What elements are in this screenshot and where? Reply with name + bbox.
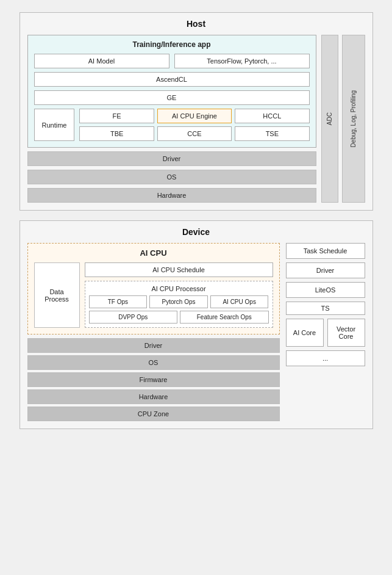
tbe-cell: TBE <box>79 126 154 141</box>
liteos-box: LiteOS <box>286 282 365 298</box>
tf-ops-cell: TF Ops <box>89 295 148 308</box>
runtime-grid: FE AI CPU Engine HCCL TBE CCE TSE <box>79 109 309 141</box>
vector-core-label: Vector Core <box>330 325 362 340</box>
ai-cpu-inner: Data Process AI CPU Schedule AI CPU Proc… <box>34 262 273 328</box>
device-section: Device AI CPU Data Process AI CPU Schedu… <box>20 220 373 429</box>
device-title: Device <box>27 227 365 237</box>
ellipsis-box: ... <box>286 350 365 366</box>
processor-title: AI CPU Processor <box>89 285 269 292</box>
ai-cpu-box: AI CPU Data Process AI CPU Schedule AI C… <box>27 243 280 335</box>
ai-core-box: AI Core <box>286 319 324 347</box>
driver-bar: Driver <box>27 151 316 166</box>
runtime-label: Runtime <box>34 109 75 141</box>
training-inference-box: Training/Inference app AI Model TensorFl… <box>27 35 316 148</box>
device-firmware-bar: Firmware <box>27 372 280 387</box>
device-right-panel: Task Schedule Driver LiteOS TS AI Core V… <box>286 243 365 421</box>
debug-label: Debug, Log, Profiling <box>349 90 357 147</box>
tensorflow-box: TensorFlow, Pytorch, ... <box>174 54 310 68</box>
cpu-zone-bar: CPU Zone <box>27 407 280 421</box>
training-title: Training/Inference app <box>34 40 310 49</box>
device-left: AI CPU Data Process AI CPU Schedule AI C… <box>27 243 280 421</box>
vector-core-box: Vector Core <box>327 319 365 347</box>
ai-model-box: AI Model <box>34 54 169 68</box>
ai-cpu-ops-cell: AI CPU Ops <box>210 295 269 308</box>
right-driver-box: Driver <box>286 262 365 278</box>
dvpp-ops-cell: DVPP Ops <box>89 311 178 324</box>
adc-box: ADC <box>321 35 338 203</box>
device-hardware-bar: Hardware <box>27 389 280 404</box>
data-process-box: Data Process <box>34 262 80 328</box>
device-inner: AI CPU Data Process AI CPU Schedule AI C… <box>27 243 365 421</box>
hccl-cell: HCCL <box>235 109 309 123</box>
ai-cpu-engine-cell: AI CPU Engine <box>157 109 232 123</box>
pytorch-ops-cell: Pytorch Ops <box>149 295 208 308</box>
model-framework-row: AI Model TensorFlow, Pytorch, ... <box>34 54 310 68</box>
ts-box: TS <box>286 302 365 315</box>
adc-label: ADC <box>326 112 333 125</box>
fe-cell: FE <box>79 109 154 123</box>
device-os-bar: OS <box>27 355 280 370</box>
device-driver-bar: Driver <box>27 338 280 353</box>
host-title: Host <box>27 19 365 29</box>
core-row: AI Core Vector Core <box>286 319 365 347</box>
cce-cell: CCE <box>157 126 232 141</box>
debug-box: Debug, Log, Profiling <box>342 35 365 203</box>
ai-core-label: AI Core <box>293 329 316 336</box>
hardware-bar: Hardware <box>27 188 316 203</box>
ai-cpu-title: AI CPU <box>34 248 273 258</box>
ai-cpu-processor-box: AI CPU Processor TF Ops Pytorch Ops AI C… <box>85 281 273 328</box>
ascendcl-box: AscendCL <box>34 72 310 87</box>
ge-box: GE <box>34 90 310 105</box>
ai-cpu-schedule-box: AI CPU Schedule <box>85 262 273 277</box>
tse-cell: TSE <box>235 126 309 141</box>
host-section: Host Training/Inference app AI Model Ten… <box>20 12 373 211</box>
feature-search-ops-cell: Feature Search Ops <box>180 311 269 324</box>
ops-row-1: TF Ops Pytorch Ops AI CPU Ops <box>89 295 269 308</box>
ai-cpu-right: AI CPU Schedule AI CPU Processor TF Ops … <box>85 262 273 328</box>
ops-row-2: DVPP Ops Feature Search Ops <box>89 311 269 324</box>
task-schedule-box: Task Schedule <box>286 243 365 259</box>
os-bar: OS <box>27 170 316 184</box>
host-side-panel: ADC Debug, Log, Profiling <box>321 35 365 203</box>
runtime-row: Runtime FE AI CPU Engine HCCL TBE CCE TS… <box>34 109 310 141</box>
